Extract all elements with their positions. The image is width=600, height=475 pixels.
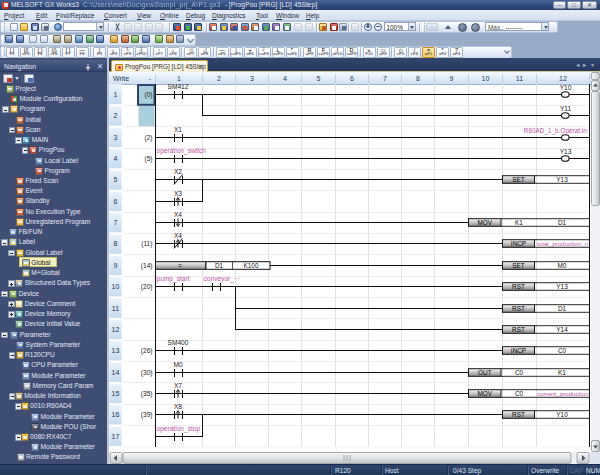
svg-text:3: 3	[250, 75, 254, 82]
svg-text:12: 12	[559, 75, 567, 82]
svg-text:Y11: Y11	[560, 105, 572, 112]
svg-text:11: 11	[112, 305, 119, 312]
svg-text:Y13: Y13	[556, 283, 568, 290]
svg-text:3: 3	[114, 134, 118, 141]
svg-text:X3: X3	[174, 190, 182, 197]
svg-text:(5): (5)	[144, 155, 152, 163]
svg-text:(35): (35)	[141, 390, 153, 398]
svg-text:13: 13	[112, 347, 120, 354]
svg-text:(26): (26)	[141, 347, 153, 355]
svg-text:6: 6	[350, 75, 354, 82]
svg-text:SM400: SM400	[168, 339, 189, 346]
svg-text:RST: RST	[512, 411, 525, 418]
svg-text:X4: X4	[174, 232, 182, 239]
svg-text:(2): (2)	[144, 134, 152, 142]
svg-text:8: 8	[416, 75, 420, 82]
svg-text:INCP: INCP	[511, 240, 526, 247]
svg-text:Y10: Y10	[556, 411, 568, 418]
svg-text:2: 2	[114, 112, 118, 119]
svg-text:MOV: MOV	[478, 219, 493, 226]
svg-text:SET: SET	[512, 262, 525, 269]
svg-text:Write: Write	[113, 75, 129, 82]
svg-text:M0: M0	[173, 361, 182, 368]
svg-text:9: 9	[450, 75, 454, 82]
svg-text:RST: RST	[512, 283, 525, 290]
svg-text:4: 4	[114, 155, 118, 162]
svg-text:X2: X2	[174, 168, 182, 175]
svg-text:Y10: Y10	[560, 84, 572, 91]
svg-text:10: 10	[482, 75, 490, 82]
svg-text:current_production··: current_production··	[537, 390, 593, 397]
svg-text:K100: K100	[244, 262, 259, 269]
svg-text:17: 17	[112, 433, 120, 440]
svg-text:9: 9	[114, 262, 118, 269]
svg-text:M0: M0	[558, 262, 567, 269]
svg-text:=: =	[178, 262, 182, 269]
svg-text:4: 4	[283, 75, 287, 82]
svg-text:D1: D1	[558, 305, 567, 312]
svg-text:C0: C0	[515, 369, 524, 376]
svg-text:2: 2	[217, 75, 221, 82]
svg-text:5: 5	[114, 176, 118, 183]
svg-text:RST: RST	[512, 326, 525, 333]
svg-text:1: 1	[114, 91, 118, 98]
svg-text:12: 12	[112, 326, 120, 333]
svg-text:INCP: INCP	[511, 347, 526, 354]
svg-text:R60AD_1_b.Operat.in··: R60AD_1_b.Operat.in··	[524, 127, 591, 135]
svg-text:conveyor_···: conveyor_···	[204, 275, 241, 283]
svg-text:Y13: Y13	[560, 148, 572, 155]
svg-text:operation_stop: operation_stop	[157, 425, 201, 433]
svg-text:11: 11	[516, 75, 523, 82]
svg-text:C0: C0	[515, 390, 524, 397]
svg-text:operation_switch: operation_switch	[157, 147, 207, 155]
svg-text:-: -	[149, 75, 151, 82]
svg-text:(30): (30)	[141, 369, 153, 377]
svg-text:pump_start: pump_start	[157, 275, 190, 283]
svg-text:D1: D1	[558, 219, 567, 226]
svg-text:X7: X7	[174, 382, 182, 389]
svg-text:7: 7	[383, 75, 387, 82]
svg-text:10: 10	[112, 283, 120, 290]
svg-text:SET: SET	[512, 176, 525, 183]
svg-text:1: 1	[177, 75, 181, 82]
svg-text:16: 16	[112, 411, 120, 418]
svg-text:6: 6	[114, 198, 118, 205]
svg-text:Y13: Y13	[556, 176, 568, 183]
svg-text:Y14: Y14	[556, 326, 568, 333]
svg-text:total_production_n··: total_production_n··	[537, 240, 592, 247]
svg-text:14: 14	[112, 369, 120, 376]
svg-text:D1: D1	[215, 262, 224, 269]
svg-text:(20): (20)	[141, 283, 153, 291]
svg-text:K1: K1	[515, 219, 523, 226]
svg-text:(11): (11)	[141, 240, 152, 248]
svg-text:(14): (14)	[141, 262, 153, 270]
svg-text:7: 7	[114, 219, 118, 226]
svg-text:K1: K1	[558, 369, 566, 376]
svg-text:5: 5	[317, 75, 321, 82]
svg-text:X1: X1	[174, 126, 182, 133]
svg-text:(0): (0)	[144, 91, 152, 99]
svg-text:X4: X4	[174, 211, 182, 218]
svg-text:(39): (39)	[141, 411, 153, 419]
svg-text:RST: RST	[512, 305, 525, 312]
svg-text:SM412: SM412	[168, 83, 189, 90]
svg-text:8: 8	[114, 240, 118, 247]
svg-text:15: 15	[112, 390, 120, 397]
svg-text:C0: C0	[558, 347, 567, 354]
svg-text:MOV: MOV	[478, 390, 493, 397]
svg-text:X8: X8	[174, 403, 182, 410]
svg-text:OUT: OUT	[478, 369, 492, 376]
